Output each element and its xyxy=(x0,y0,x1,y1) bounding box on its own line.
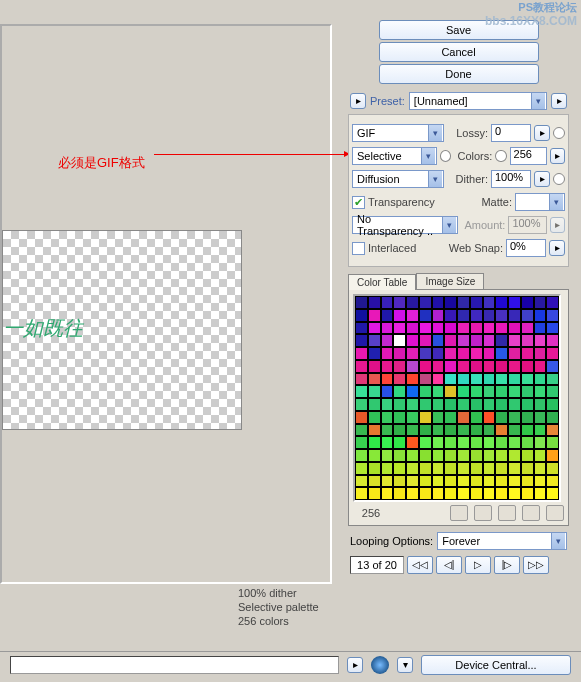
color-swatch[interactable] xyxy=(406,475,419,488)
color-swatch[interactable] xyxy=(483,347,496,360)
preset-menu-icon[interactable]: ▸ xyxy=(350,93,366,109)
color-swatch[interactable] xyxy=(495,309,508,322)
color-swatch[interactable] xyxy=(355,360,368,373)
color-swatch[interactable] xyxy=(534,475,547,488)
color-swatch[interactable] xyxy=(457,436,470,449)
color-swatch[interactable] xyxy=(483,309,496,322)
color-swatch[interactable] xyxy=(393,424,406,437)
color-swatch[interactable] xyxy=(457,487,470,500)
colors-arrow-icon[interactable]: ▸ xyxy=(550,148,565,164)
color-swatch[interactable] xyxy=(546,334,559,347)
color-swatch[interactable] xyxy=(483,411,496,424)
color-swatch[interactable] xyxy=(419,309,432,322)
color-swatch[interactable] xyxy=(444,411,457,424)
color-swatch[interactable] xyxy=(355,373,368,386)
color-swatch[interactable] xyxy=(444,322,457,335)
dither-input[interactable]: 100% xyxy=(491,170,531,188)
color-swatch[interactable] xyxy=(521,475,534,488)
color-swatch[interactable] xyxy=(521,398,534,411)
reduction-select[interactable]: Selective▾ xyxy=(352,147,437,165)
color-swatch[interactable] xyxy=(432,424,445,437)
color-swatch[interactable] xyxy=(470,373,483,386)
color-swatch[interactable] xyxy=(483,398,496,411)
color-swatch[interactable] xyxy=(406,436,419,449)
color-swatch[interactable] xyxy=(444,309,457,322)
color-swatch[interactable] xyxy=(546,449,559,462)
color-swatch[interactable] xyxy=(470,309,483,322)
color-swatch[interactable] xyxy=(432,487,445,500)
color-swatch[interactable] xyxy=(508,475,521,488)
color-swatch[interactable] xyxy=(406,347,419,360)
color-swatch[interactable] xyxy=(406,322,419,335)
color-swatch[interactable] xyxy=(406,487,419,500)
color-swatch[interactable] xyxy=(406,385,419,398)
format-select[interactable]: GIF▾ xyxy=(352,124,444,142)
color-swatch[interactable] xyxy=(419,487,432,500)
dither-method-select[interactable]: Diffusion▾ xyxy=(352,170,444,188)
websnap-slider-icon[interactable]: ▸ xyxy=(549,240,565,256)
status-arrow-icon[interactable]: ▸ xyxy=(347,657,363,673)
color-swatch[interactable] xyxy=(495,424,508,437)
color-swatch[interactable] xyxy=(495,411,508,424)
tab-color-table[interactable]: Color Table xyxy=(348,274,416,290)
color-swatch[interactable] xyxy=(483,449,496,462)
color-swatch[interactable] xyxy=(381,398,394,411)
color-swatch[interactable] xyxy=(444,347,457,360)
color-swatch[interactable] xyxy=(546,411,559,424)
color-swatch[interactable] xyxy=(368,347,381,360)
color-swatch[interactable] xyxy=(534,334,547,347)
color-swatch[interactable] xyxy=(508,347,521,360)
color-swatch[interactable] xyxy=(508,385,521,398)
color-swatch[interactable] xyxy=(419,322,432,335)
color-swatch[interactable] xyxy=(521,385,534,398)
color-swatch[interactable] xyxy=(355,475,368,488)
color-swatch[interactable] xyxy=(393,411,406,424)
color-swatch[interactable] xyxy=(381,424,394,437)
color-swatch[interactable] xyxy=(508,462,521,475)
color-swatch[interactable] xyxy=(381,462,394,475)
trans-dither-select[interactable]: No Transparency ..▾ xyxy=(352,216,458,234)
color-swatch[interactable] xyxy=(368,487,381,500)
color-swatch[interactable] xyxy=(546,309,559,322)
color-swatch[interactable] xyxy=(457,334,470,347)
color-swatch[interactable] xyxy=(457,360,470,373)
color-swatch[interactable] xyxy=(546,360,559,373)
color-swatch[interactable] xyxy=(470,347,483,360)
color-swatch[interactable] xyxy=(444,334,457,347)
looping-select[interactable]: Forever▾ xyxy=(437,532,567,550)
color-swatch[interactable] xyxy=(393,475,406,488)
color-swatch[interactable] xyxy=(495,487,508,500)
reduction-mask-icon[interactable] xyxy=(440,150,451,162)
color-swatch[interactable] xyxy=(521,334,534,347)
color-swatch[interactable] xyxy=(470,462,483,475)
preset-options-icon[interactable]: ▸ xyxy=(551,93,567,109)
color-swatch[interactable] xyxy=(368,322,381,335)
frame-play-button[interactable]: ▷ xyxy=(465,556,491,574)
color-swatch[interactable] xyxy=(521,296,534,309)
color-swatch[interactable] xyxy=(368,309,381,322)
color-swatch[interactable] xyxy=(495,373,508,386)
color-swatch[interactable] xyxy=(381,347,394,360)
color-swatch[interactable] xyxy=(508,424,521,437)
color-swatch[interactable] xyxy=(470,398,483,411)
color-swatch[interactable] xyxy=(432,449,445,462)
color-swatch[interactable] xyxy=(368,360,381,373)
color-swatch[interactable] xyxy=(457,475,470,488)
lossy-input[interactable]: 0 xyxy=(491,124,531,142)
color-swatch[interactable] xyxy=(393,487,406,500)
color-swatch[interactable] xyxy=(381,487,394,500)
color-swatch[interactable] xyxy=(546,373,559,386)
color-swatch[interactable] xyxy=(495,385,508,398)
color-swatch[interactable] xyxy=(457,385,470,398)
cancel-button[interactable]: Cancel xyxy=(379,42,539,62)
color-swatch[interactable] xyxy=(508,487,521,500)
color-swatch[interactable] xyxy=(432,360,445,373)
color-swatch[interactable] xyxy=(355,296,368,309)
color-swatch[interactable] xyxy=(457,398,470,411)
color-swatch[interactable] xyxy=(381,360,394,373)
color-swatch[interactable] xyxy=(393,373,406,386)
color-swatch[interactable] xyxy=(521,487,534,500)
color-swatch[interactable] xyxy=(393,449,406,462)
color-swatch[interactable] xyxy=(381,475,394,488)
color-swatch[interactable] xyxy=(368,373,381,386)
